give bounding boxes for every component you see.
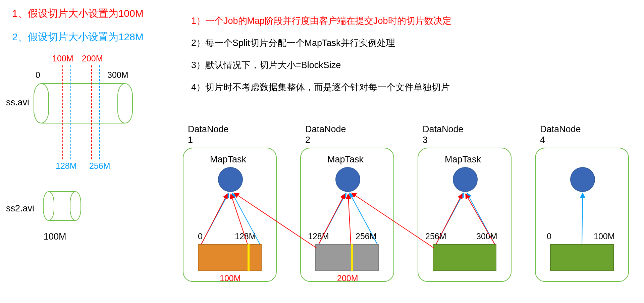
cylinder2-right-cap [70,191,81,221]
dn3-block [433,244,496,271]
cyl-red-200m: 200M [82,54,103,63]
dn2-block [315,244,379,271]
cyl-blue-256m: 256M [89,161,110,171]
bullet-2: 2）每一个Split切片分配一个MapTask并行实例处理 [191,37,395,49]
dn4-title-a: DataNode [540,124,581,135]
file2-label: ss2.avi [6,203,34,214]
dn2-yellow-divider [351,244,353,271]
bullet-1: 1）一个Job的Map阶段并行度由客户端在提交Job时的切片数决定 [191,15,451,27]
file1-label: ss.avi [6,97,29,108]
cylinder-left-cap [34,83,49,123]
assumption-2: 2、假设切片大小设置为128M [12,30,144,44]
dn1-yellow-divider [248,244,250,271]
dn2-mt-label: MapTask [327,154,364,165]
dn4-block [550,244,614,271]
dn1-mt-circle [218,167,243,192]
dn2-left: 128M [308,232,329,241]
dn4-mt-circle [570,167,595,192]
bullet-4: 4）切片时不考虑数据集整体，而是逐个针对每一个文件单独切片 [191,81,450,93]
dn1-right: 128M [235,232,256,241]
dn1-left: 0 [198,232,203,241]
dn2-right: 256M [356,232,377,241]
dn2-title-a: DataNode [305,124,346,135]
cyl-start-label: 0 [36,70,40,80]
dn1-block [198,244,262,271]
dn3-title-b: 3 [423,135,428,145]
dn3-mt-label: MapTask [445,154,481,165]
dn3-right: 300M [476,232,497,241]
dn1-mt-label: MapTask [210,154,246,165]
dn3-title-a: DataNode [423,124,464,135]
file2-size: 100M [44,232,66,242]
slice-red-100m [62,65,63,159]
cyl-end-label: 300M [107,70,128,80]
dn1-title-b: 1 [188,135,193,145]
dn1-mark: 100M [220,273,241,283]
dn1-title-a: DataNode [188,124,229,135]
cylinder2-left-cap [43,191,54,221]
dn2-title-b: 2 [305,135,310,145]
assumption-1: 1、假设切片大小设置为100M [12,7,144,20]
slice-blue-128m [70,65,71,159]
dn2-mark: 200M [337,273,358,283]
bullet-3: 3）默认情况下，切片大小=BlockSize [191,59,341,71]
cylinder-body [41,83,125,123]
slice-red-200m [91,65,92,159]
dn4-right: 100M [594,232,615,241]
dn3-left: 256M [425,232,446,241]
slice-blue-256m [99,65,100,159]
dn3-mt-circle [453,167,478,192]
cylinder-right-cap [117,83,133,123]
dn4-title-b: 4 [540,135,545,145]
cyl-red-100m: 100M [52,54,73,63]
dn2-mt-circle [335,167,360,192]
cyl-blue-128m: 128M [56,161,77,171]
dn4-left: 0 [547,232,551,241]
